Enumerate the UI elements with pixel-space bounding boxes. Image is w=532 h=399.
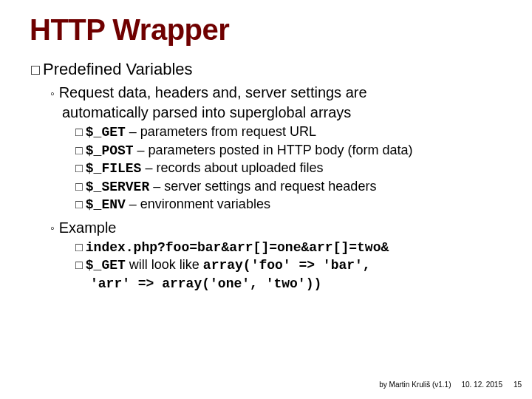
example-array-code-1: array('foo' => 'bar', [203,258,371,273]
example-array-code-2: 'arr' => array('one', 'two')) [90,276,321,291]
square-bullet-icon: □ [75,160,83,175]
var-desc: – records about uploaded files [141,160,323,175]
square-bullet-icon: □ [75,257,83,272]
square-bullet-icon: □ [75,124,83,139]
footer: by Martin Kruliš (v1.1) 10. 12. 2015 15 [379,381,502,389]
var-desc: – parameters posted in HTTP body (form d… [134,143,413,157]
square-bullet-icon: □ [75,179,83,194]
example-result-cont: 'arr' => array('one', 'two')) [90,275,502,293]
square-bullet-icon: □ [75,143,83,157]
square-bullet-icon: □ [75,197,83,211]
section-heading: □Predefined Variables [31,60,502,79]
page-number: 15 [514,381,522,389]
intro-text-1: Request data, headers and, server settin… [59,84,367,100]
diamond-bullet-icon: ◦ [50,221,55,236]
example-heading: ◦Example [50,219,502,237]
slide: HTTP Wrapper □Predefined Variables ◦Requ… [0,0,532,399]
var-item: □$_GET – parameters from request URL [75,123,502,141]
section-label: Predefined [43,60,121,78]
intro-line-1: ◦Request data, headers and, server setti… [50,83,502,102]
var-item: □$_FILES – records about uploaded files [75,160,502,177]
var-code: $_FILES [86,161,142,176]
var-desc: – parameters from request URL [126,124,316,139]
var-code: $_GET [86,125,126,140]
var-code: $_POST [86,143,134,158]
intro-text-2: automatically parsed into superglobal ar… [62,104,351,120]
var-item: □$_POST – parameters posted in HTTP body… [75,142,502,160]
example-url-code: index.php?foo=bar&arr[]=one&arr[]=two& [86,240,389,255]
slide-title: HTTP Wrapper [30,13,502,47]
square-bullet-icon: □ [75,239,83,254]
intro-line-2: automatically parsed into superglobal ar… [62,103,502,122]
example-url: □index.php?foo=bar&arr[]=one&arr[]=two& [75,239,502,256]
footer-author: by Martin Kruliš (v1.1) [379,381,451,389]
square-bullet-icon: □ [31,61,40,78]
var-item: □$_SERVER – server settings and request … [75,178,502,196]
var-item: □$_ENV – environment variables [75,196,502,214]
example-result: □$_GET will look like array('foo' => 'ba… [75,256,502,274]
example-label: Example [59,219,117,236]
example-get-code: $_GET [86,258,126,273]
diamond-bullet-icon: ◦ [50,86,55,101]
example-mid-text: will look like [126,257,203,272]
var-desc: – environment variables [126,197,270,211]
var-code: $_SERVER [86,180,149,194]
footer-date: 10. 12. 2015 [461,381,502,389]
var-code: $_ENV [86,197,126,212]
var-desc: – server settings and request headers [149,179,376,194]
section-rest: Variables [121,60,192,78]
